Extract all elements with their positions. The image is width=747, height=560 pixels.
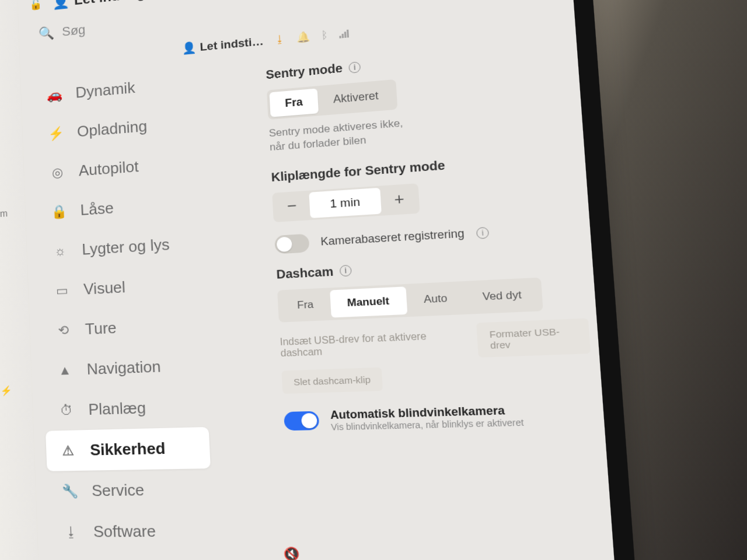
dashcam-usb-row: Indsæt USB-drev for at aktivere dashcam … (280, 318, 591, 364)
stepper-plus-button[interactable]: + (380, 184, 418, 214)
download-icon[interactable]: ⭳ (274, 33, 285, 46)
search-placeholder: Søg (62, 22, 86, 40)
sidebar-item-navigation[interactable]: ▲ Navigation (43, 345, 207, 391)
sidebar-item-visuel[interactable]: ▭ Visuel (40, 263, 203, 312)
wrench-icon: 🔧 (61, 483, 79, 499)
dashcam-manual-option[interactable]: Manuelt (330, 286, 407, 317)
person-icon: 👤 (52, 0, 70, 10)
secondary-profile[interactable]: 👤 Let indsti… (181, 34, 264, 55)
camera-detection-row: Kamerabaseret registrering i (274, 218, 582, 254)
signal-bars-icon (339, 29, 349, 38)
alert-icon: ⚠ (59, 443, 77, 459)
sidebar-item-software[interactable]: ⭳ Software (48, 510, 215, 552)
blindspot-row: Automatisk blindvinkelkamera Vis blindvi… (284, 401, 596, 433)
mute-indicator[interactable]: 🔇 (282, 546, 299, 560)
lights-icon: ☼ (51, 243, 69, 259)
sidebar-item-service[interactable]: 🔧 Service (47, 468, 213, 512)
steering-wheel-icon: ◎ (48, 164, 67, 181)
car-icon: 🚗 (45, 86, 63, 103)
dashcam-title: Dashcam i (276, 251, 584, 282)
bell-icon[interactable]: 🔔 (296, 30, 310, 44)
sidebar-item-sikkerhed[interactable]: ⚠ Sikkerhed (46, 427, 211, 471)
info-icon[interactable]: i (340, 265, 352, 276)
clock-icon: ⏱ (57, 402, 75, 419)
route-icon: ⟲ (54, 322, 72, 338)
navigation-icon: ▲ (56, 362, 74, 379)
display-icon: ▭ (53, 282, 71, 299)
info-icon[interactable]: i (348, 61, 361, 74)
download-icon: ⭳ (62, 524, 81, 540)
person-icon: 👤 (181, 40, 197, 55)
stepper-value: 1 min (309, 188, 381, 218)
sidebar-item-ture[interactable]: ⟲ Ture (41, 304, 204, 351)
camera-detection-toggle[interactable] (274, 233, 310, 254)
delete-clips-button[interactable]: Slet dashcam-klip (281, 368, 383, 394)
dashcam-auto-option[interactable]: Auto (406, 284, 466, 314)
lock-icon: 🔒 (50, 204, 68, 220)
peek-text: rum (0, 208, 8, 220)
dashcam-segment: Fra Manuelt Auto Ved dyt (277, 277, 543, 322)
clip-length-title: Kliplængde for Sentry mode (271, 149, 577, 184)
bolt-icon: ⚡ (47, 125, 65, 142)
sentry-on-option[interactable]: Aktiveret (317, 82, 395, 113)
sentry-off-option[interactable]: Fra (269, 89, 319, 117)
settings-content: Sentry mode i Fra Aktiveret Sentry mode … (191, 26, 634, 552)
vehicle-settings-screen: rum ⚡ 🔓 👤 Let indstigni… LTE ⭳ SOS 1.17 … (0, 0, 636, 560)
clip-length-stepper: − 1 min + (272, 183, 420, 222)
camera-detection-label: Kamerabaseret registrering (320, 228, 465, 249)
dashcam-off-option[interactable]: Fra (280, 290, 331, 320)
stepper-minus-button[interactable]: − (273, 192, 310, 221)
profile-name: Let indstigni… (74, 0, 172, 8)
unlock-icon[interactable]: 🔓 (29, 0, 42, 11)
bluetooth-icon[interactable]: ᛒ (321, 29, 328, 41)
bolt-icon: ⚡ (0, 385, 12, 397)
sentry-mode-segment: Fra Aktiveret (267, 79, 397, 120)
usb-hint-text: Indsæt USB-drev for at aktivere dashcam (280, 329, 466, 359)
search-icon: 🔍 (38, 25, 54, 41)
format-usb-button[interactable]: Formater USB-drev (476, 318, 591, 357)
blindspot-toggle[interactable] (284, 411, 319, 431)
dashcam-delete-row: Slet dashcam-klip (281, 360, 593, 394)
dashcam-honk-option[interactable]: Ved dyt (464, 280, 540, 312)
info-icon[interactable]: i (476, 227, 489, 239)
sidebar-item-planlaeg[interactable]: ⏱ Planlæg (44, 386, 208, 431)
